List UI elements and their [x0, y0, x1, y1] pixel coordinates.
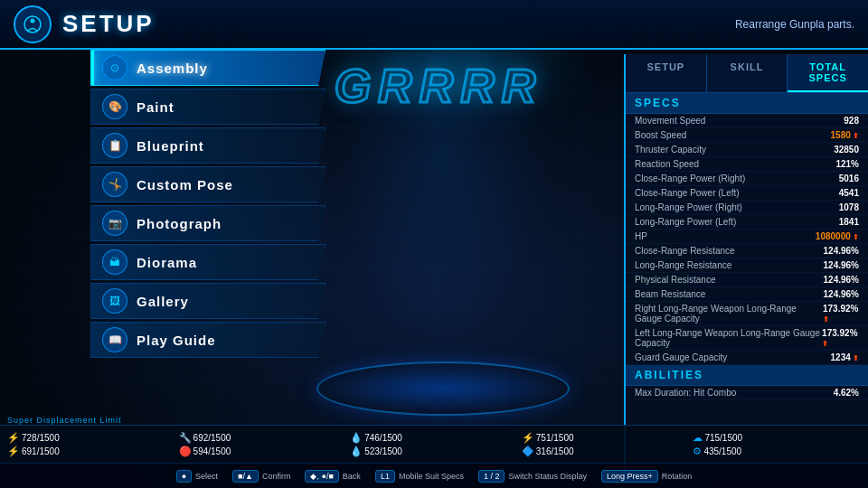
stat-row: Physical Resistance 124.96%: [626, 273, 868, 287]
menu-label-custom-pose: Custom Pose: [137, 177, 233, 192]
menu-label-assembly: Assembly: [137, 61, 208, 76]
resource-item: 🔴594/1500: [179, 446, 347, 457]
controls-container: ●Select■/▲Confirm◆, ●/■BackL1Mobile Suit…: [176, 470, 693, 483]
stat-row: Guard Gauge Capacity 1234 ⬆: [626, 351, 868, 365]
page-title: SETUP: [62, 10, 155, 38]
stats-tabs: SETUP SKILL TOTAL SPECS: [626, 54, 868, 93]
menu-icon-assembly: ⊙: [102, 55, 127, 80]
menu-icon-custom-pose: 🤸: [102, 172, 127, 197]
stat-row: HP 1080000 ⬆: [626, 230, 868, 244]
control-button: L1: [375, 470, 395, 483]
control-label: Mobile Suit Specs: [399, 472, 464, 481]
resource-item: ⚡691/1500: [7, 446, 175, 457]
ability-row: Max Duration: Hit Combo 4.62%: [626, 386, 868, 400]
resource-item: 💧523/1500: [350, 446, 518, 457]
resource-item: ☁715/1500: [693, 432, 861, 444]
menu-item-diorama[interactable]: 🏔 Diorama: [90, 244, 326, 280]
menu-label-play-guide: Play Guide: [137, 333, 216, 348]
menu-icon-blueprint: 📋: [102, 133, 127, 158]
menu-label-photograph: Photograph: [137, 216, 222, 231]
abilities-rows: Max Duration: Hit Combo 4.62%: [626, 386, 868, 400]
stat-row: Beam Resistance 124.96%: [626, 287, 868, 302]
control-button: 1 / 2: [478, 470, 505, 483]
control-label: Confirm: [262, 472, 291, 481]
control-button: ■/▲: [232, 470, 259, 483]
tab-skill[interactable]: SKILL: [707, 54, 788, 92]
menu-item-assembly[interactable]: ⊙ Assembly: [90, 50, 326, 86]
control-item: ■/▲Confirm: [232, 470, 290, 483]
stat-row: Right Long-Range Weapon Long-Range Gauge…: [626, 302, 868, 326]
resource-item: 🔷316/1500: [522, 446, 690, 457]
control-button: ●: [176, 470, 192, 483]
super-displacement-label: Super Displacement Limit: [7, 416, 122, 425]
control-button: ◆, ●/■: [305, 470, 338, 483]
controls-bar: ●Select■/▲Confirm◆, ●/■BackL1Mobile Suit…: [0, 463, 868, 488]
game-logo: GRRRR: [335, 59, 543, 113]
menu-icon-gallery: 🖼: [102, 288, 127, 314]
menu-icon-paint: 🎨: [102, 94, 127, 119]
control-label: Back: [343, 472, 361, 481]
stat-row: Close-Range Power (Left) 4541: [626, 186, 868, 201]
stat-row: Boost Speed 1580 ⬆: [626, 128, 868, 143]
resource-item: ⚡728/1500: [7, 432, 175, 444]
menu-icon-diorama: 🏔: [102, 249, 127, 275]
menu-icon-play-guide: 📖: [102, 327, 127, 352]
menu-item-play-guide[interactable]: 📖 Play Guide: [90, 322, 326, 358]
tab-total-specs[interactable]: TOTAL SPECS: [788, 54, 868, 92]
menu-item-custom-pose[interactable]: 🤸 Custom Pose: [90, 166, 326, 202]
control-item: L1Mobile Suit Specs: [375, 470, 464, 483]
resource-bar: ⚡728/1500🔧692/1500💧746/1500⚡751/1500☁715…: [0, 425, 868, 463]
control-label: Select: [195, 472, 218, 481]
stat-row: Close-Range Power (Right) 5016: [626, 172, 868, 186]
stat-row: Movement Speed 928: [626, 114, 868, 128]
stats-panel: SETUP SKILL TOTAL SPECS SPECS Movement S…: [624, 54, 868, 479]
tab-setup[interactable]: SETUP: [626, 54, 707, 92]
stats-rows: Movement Speed 928 Boost Speed 1580 ⬆ Th…: [626, 114, 868, 365]
control-label: Switch Status Display: [508, 472, 587, 481]
resource-item: ⚙435/1500: [693, 446, 861, 457]
control-item: ●Select: [176, 470, 218, 483]
stat-row: Reaction Speed 121%: [626, 157, 868, 172]
resources-grid: ⚡728/1500🔧692/1500💧746/1500⚡751/1500☁715…: [7, 432, 861, 457]
menu-label-diorama: Diorama: [137, 255, 197, 270]
logo-area: GRRRR: [289, 50, 588, 122]
platform-base: [316, 361, 570, 416]
top-bar: SETUP Rearrange Gunpla parts.: [0, 0, 868, 50]
top-bar-icon: [14, 5, 52, 43]
resource-item: ⚡751/1500: [522, 432, 690, 444]
control-item: 1 / 2Switch Status Display: [478, 470, 587, 483]
stat-row: Long-Range Power (Right) 1078: [626, 201, 868, 215]
menu-item-photograph[interactable]: 📷 Photograph: [90, 205, 326, 241]
stat-row: Long-Range Resistance 124.96%: [626, 258, 868, 273]
svg-point-1: [31, 18, 35, 23]
menu-item-blueprint[interactable]: 📋 Blueprint: [90, 127, 326, 164]
menu-label-paint: Paint: [137, 99, 175, 115]
resource-item: 🔧692/1500: [179, 432, 347, 444]
stat-row: Close-Range Resistance 124.96%: [626, 244, 868, 258]
menu-item-gallery[interactable]: 🖼 Gallery: [90, 283, 326, 319]
stat-row: Thruster Capacity 32850: [626, 143, 868, 157]
specs-header: SPECS: [626, 93, 868, 114]
control-item: ◆, ●/■Back: [305, 470, 360, 483]
resource-item: 💧746/1500: [350, 432, 518, 444]
abilities-header: ABILITIES: [626, 365, 868, 386]
left-menu: ⊙ Assembly 🎨 Paint 📋 Blueprint 🤸 Custom …: [90, 50, 326, 361]
menu-icon-photograph: 📷: [102, 211, 127, 236]
stat-row: Long-Range Power (Left) 1841: [626, 215, 868, 230]
hint-text: Rearrange Gunpla parts.: [735, 18, 854, 31]
resources-container: ⚡728/1500🔧692/1500💧746/1500⚡751/1500☁715…: [7, 432, 861, 457]
control-item: Long Press+Rotation: [601, 470, 692, 483]
menu-label-blueprint: Blueprint: [137, 138, 204, 154]
menu-item-paint[interactable]: 🎨 Paint: [90, 89, 326, 125]
menu-label-gallery: Gallery: [137, 294, 189, 309]
stat-row: Left Long-Range Weapon Long-Range Gauge …: [626, 326, 868, 351]
control-label: Rotation: [662, 472, 693, 481]
control-button: Long Press+: [601, 470, 658, 483]
